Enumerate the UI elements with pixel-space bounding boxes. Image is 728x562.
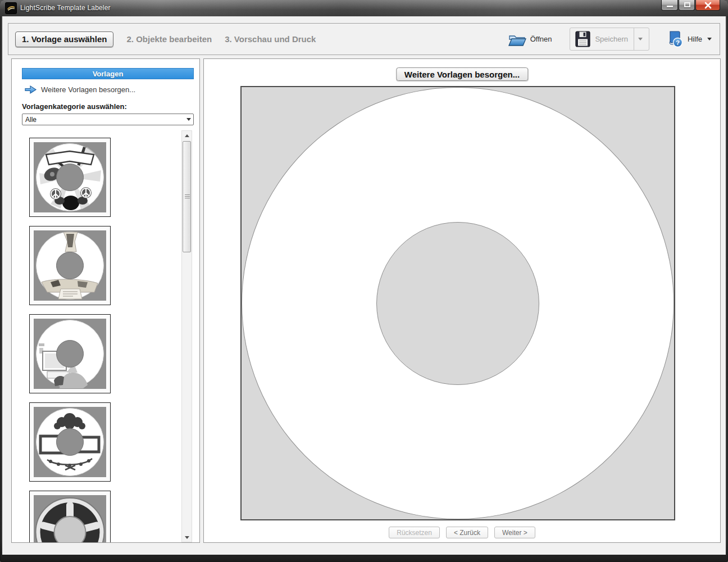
template-thumbnail-torn-paper-photo[interactable] — [29, 226, 111, 305]
chevron-down-icon — [638, 38, 643, 40]
open-folder-icon — [508, 32, 526, 47]
save-button-label: Speichern — [595, 35, 628, 43]
next-button[interactable]: Weiter > — [494, 527, 535, 538]
help-button-label: Hilfe — [688, 35, 702, 43]
templates-header-label: Vorlagen — [93, 70, 124, 78]
disc-outline — [242, 87, 674, 519]
save-dropdown-button[interactable] — [634, 38, 647, 40]
label-preview-panel: Weitere Vorlagen besorgen... Rücksetzen … — [203, 58, 721, 543]
template-thumbnail-music-collage[interactable] — [29, 138, 111, 217]
scroll-down-icon — [185, 536, 189, 539]
scroll-up-button[interactable] — [182, 131, 192, 140]
close-button[interactable] — [695, 0, 720, 11]
wizard-toolbar: 1. Vorlage auswählen 2. Objekte bearbeit… — [8, 23, 720, 55]
maximize-icon — [684, 2, 690, 7]
wizard-navigation: Rücksetzen < Zurück Weiter > — [204, 527, 720, 538]
step-2-edit-objects[interactable]: 2. Objekte bearbeiten — [126, 34, 212, 44]
client-area: 1. Vorlage auswählen 2. Objekte bearbeit… — [2, 16, 726, 555]
application-window: LightScribe Template Labeler 1. Vorlage … — [0, 0, 728, 562]
template-thumbnail-film-reel[interactable] — [29, 491, 111, 542]
open-button-label: Öffnen — [530, 35, 552, 43]
get-more-templates-button-label: Weitere Vorlagen besorgen... — [404, 70, 520, 79]
maximize-button[interactable] — [679, 0, 695, 11]
disc-center-hub — [376, 222, 539, 385]
close-icon — [704, 2, 712, 9]
scrollbar-grip-icon — [185, 194, 190, 199]
minimize-icon — [667, 6, 673, 7]
scroll-up-icon — [185, 134, 189, 137]
chevron-down-icon — [186, 118, 191, 121]
category-dropdown[interactable]: Alle — [22, 114, 194, 125]
step-1-select-template[interactable]: 1. Vorlage auswählen — [15, 31, 113, 47]
minimize-button[interactable] — [661, 0, 678, 11]
lightscribe-app-icon — [6, 3, 16, 13]
scrollbar-thumb[interactable] — [183, 141, 191, 252]
reset-button[interactable]: Rücksetzen — [389, 527, 440, 538]
svg-text:?: ? — [676, 39, 680, 46]
templates-sidebar: Vorlagen Weitere Vorlagen besorgen... Vo… — [11, 58, 200, 543]
help-button[interactable]: ? Hilfe — [666, 30, 712, 48]
chevron-down-icon — [707, 38, 712, 40]
save-button[interactable]: Speichern — [575, 31, 634, 47]
template-thumbnail-photo-prints-hands[interactable] — [29, 314, 111, 393]
open-button[interactable]: Öffnen — [508, 32, 552, 47]
category-label: Vorlagenkategorie auswählen: — [22, 102, 127, 111]
disc-label-canvas — [240, 86, 675, 520]
back-button[interactable]: < Zurück — [446, 527, 488, 538]
save-button-group: Speichern — [570, 28, 649, 51]
template-list-scrollbar[interactable] — [181, 130, 192, 542]
wizard-steps: 1. Vorlage auswählen 2. Objekte bearbeit… — [15, 31, 316, 47]
save-floppy-icon — [575, 31, 590, 47]
templates-header: Vorlagen — [22, 68, 194, 79]
scroll-down-button[interactable] — [182, 533, 192, 542]
category-selected-value: Alle — [25, 116, 184, 124]
get-more-templates-button[interactable]: Weitere Vorlagen besorgen... — [396, 67, 528, 81]
window-title: LightScribe Template Labeler — [20, 4, 111, 12]
template-list — [12, 130, 199, 542]
title-bar: LightScribe Template Labeler — [0, 0, 728, 16]
help-book-icon: ? — [666, 30, 684, 48]
template-thumbnail-tree-ornate-frames[interactable] — [29, 402, 111, 482]
step-3-preview-print[interactable]: 3. Vorschau und Druck — [225, 34, 316, 44]
blue-arrow-right-icon — [24, 85, 37, 94]
get-more-templates-link[interactable]: Weitere Vorlagen besorgen... — [24, 85, 135, 94]
get-more-templates-label: Weitere Vorlagen besorgen... — [41, 85, 135, 94]
